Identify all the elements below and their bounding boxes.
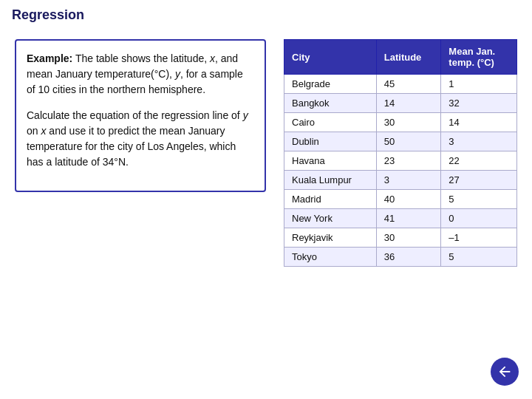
table-row: Madrid405 — [284, 190, 517, 209]
table-cell: 1 — [441, 75, 517, 94]
table-cell: 30 — [376, 228, 441, 248]
back-nav-button[interactable] — [491, 358, 519, 386]
table-row: New York410 — [284, 209, 517, 228]
table-cell: 14 — [376, 94, 441, 113]
table-cell: Bangkok — [284, 94, 377, 113]
table-cell: 14 — [441, 113, 517, 132]
table-row: Cairo3014 — [284, 113, 517, 132]
table-cell: 32 — [441, 94, 517, 113]
table-cell: 5 — [441, 190, 517, 209]
table-cell: 23 — [376, 151, 441, 171]
table-cell: 0 — [441, 209, 517, 228]
table-row: Dublin503 — [284, 132, 517, 151]
table-cell: Dublin — [284, 132, 377, 151]
table-cell: Madrid — [284, 190, 377, 209]
table-cell: Kuala Lumpur — [284, 171, 377, 190]
table-panel: City Latitude Mean Jan.temp. (°C) Belgra… — [284, 39, 517, 267]
table-cell: 40 — [376, 190, 441, 209]
table-cell: 3 — [441, 132, 517, 151]
table-cell: 36 — [376, 248, 441, 267]
table-cell: Reykjavik — [284, 228, 377, 248]
table-cell: 50 — [376, 132, 441, 151]
table-cell: 22 — [441, 151, 517, 171]
table-cell: 45 — [376, 75, 441, 94]
table-cell: Belgrade — [284, 75, 377, 94]
table-row: Kuala Lumpur327 — [284, 171, 517, 190]
table-cell: 3 — [376, 171, 441, 190]
col-header-latitude: Latitude — [376, 40, 441, 75]
table-cell: 5 — [441, 248, 517, 267]
table-row: Havana2322 — [284, 151, 517, 171]
col-header-city: City — [284, 40, 377, 75]
table-cell: Cairo — [284, 113, 377, 132]
data-table: City Latitude Mean Jan.temp. (°C) Belgra… — [284, 39, 517, 267]
text-panel: Example: The table shows the latitude, x… — [15, 39, 266, 192]
table-cell: Tokyo — [284, 248, 377, 267]
example-paragraph-2: Calculate the equation of the regression… — [27, 108, 254, 170]
col-header-mean-jan-temp: Mean Jan.temp. (°C) — [441, 40, 517, 75]
table-cell: Havana — [284, 151, 377, 171]
table-row: Tokyo365 — [284, 248, 517, 267]
table-cell: 41 — [376, 209, 441, 228]
table-row: Bangkok1432 — [284, 94, 517, 113]
page-title: Regression — [0, 0, 532, 27]
table-cell: –1 — [441, 228, 517, 248]
table-cell: New York — [284, 209, 377, 228]
table-row: Reykjavik30–1 — [284, 228, 517, 248]
example-paragraph-1: Example: The table shows the latitude, x… — [27, 51, 254, 98]
table-cell: 30 — [376, 113, 441, 132]
table-row: Belgrade451 — [284, 75, 517, 94]
table-cell: 27 — [441, 171, 517, 190]
